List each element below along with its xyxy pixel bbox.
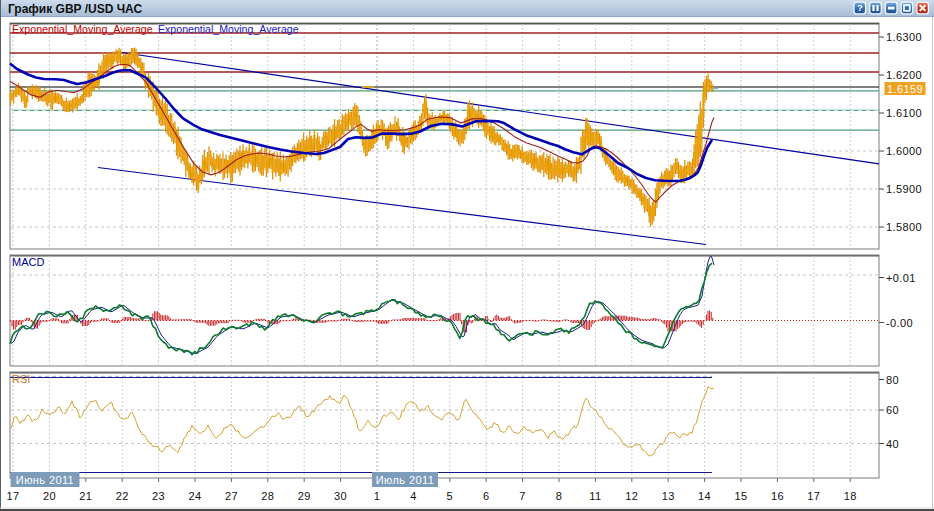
svg-text:22: 22	[116, 490, 129, 502]
svg-text:15: 15	[734, 490, 747, 502]
svg-text:1.6159: 1.6159	[887, 83, 923, 95]
svg-text:1.5900: 1.5900	[886, 183, 922, 195]
svg-text:12: 12	[625, 490, 638, 502]
svg-text:28: 28	[261, 490, 274, 502]
svg-text:18: 18	[844, 490, 857, 502]
svg-text:11: 11	[589, 490, 601, 502]
svg-text:?: ?	[857, 2, 863, 13]
svg-text:40: 40	[886, 438, 899, 450]
svg-text:23: 23	[152, 490, 165, 502]
svg-text:21: 21	[79, 490, 92, 502]
svg-text:Exponential_Moving_Average: Exponential_Moving_Average	[158, 23, 299, 35]
svg-text:1.5800: 1.5800	[886, 221, 922, 233]
svg-text:17: 17	[6, 490, 19, 502]
svg-text:5: 5	[447, 490, 454, 502]
svg-text:+0.01: +0.01	[886, 272, 916, 284]
svg-text:14: 14	[698, 490, 711, 502]
svg-text:17: 17	[807, 490, 820, 502]
svg-text:Июнь 2011: Июнь 2011	[16, 474, 74, 486]
svg-text:Exponential_Moving_Average: Exponential_Moving_Average	[12, 23, 153, 35]
svg-text:30: 30	[334, 490, 347, 502]
svg-text:60: 60	[886, 404, 899, 416]
svg-text:1.6100: 1.6100	[886, 107, 922, 119]
svg-text:Июль 2011: Июль 2011	[376, 474, 434, 486]
svg-text:MACD: MACD	[12, 256, 44, 268]
svg-text:6: 6	[483, 490, 490, 502]
svg-text:1.6300: 1.6300	[886, 31, 922, 43]
svg-text:13: 13	[662, 490, 675, 502]
svg-text:График GBP /USD ЧАС: График GBP /USD ЧАС	[8, 2, 142, 16]
svg-text:8: 8	[556, 490, 563, 502]
svg-text:1.6200: 1.6200	[886, 69, 922, 81]
svg-text:24: 24	[188, 490, 201, 502]
svg-text:80: 80	[886, 374, 899, 386]
svg-text:16: 16	[771, 490, 784, 502]
svg-text:-0.00: -0.00	[886, 317, 913, 329]
svg-text:1: 1	[374, 490, 381, 502]
svg-text:1.6000: 1.6000	[886, 145, 922, 157]
svg-text:20: 20	[43, 490, 56, 502]
svg-text:RSI: RSI	[12, 373, 30, 385]
svg-text:4: 4	[410, 490, 417, 502]
svg-text:27: 27	[225, 490, 238, 502]
svg-text:29: 29	[298, 490, 311, 502]
svg-text:7: 7	[519, 490, 526, 502]
